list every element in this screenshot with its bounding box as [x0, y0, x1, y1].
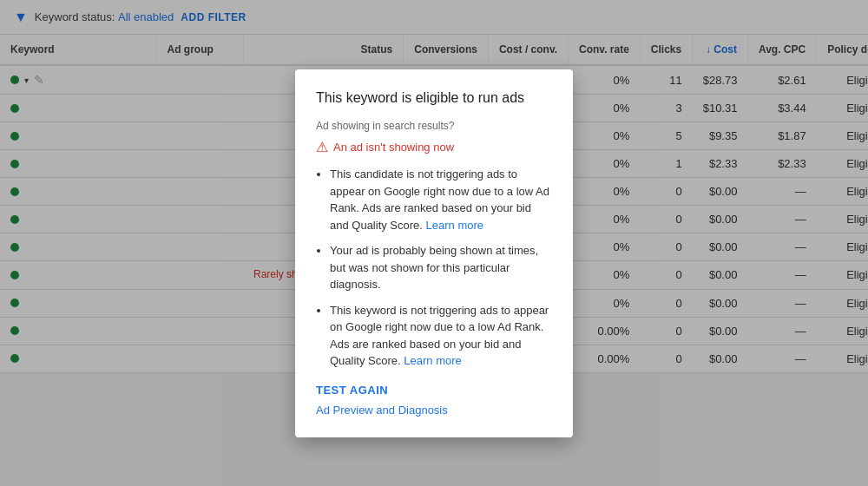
keyword-popup: This keyword is eligible to run ads Ad s…: [295, 69, 573, 437]
popup-bullet-1: This candidate is not triggering ads to …: [330, 166, 552, 233]
ad-status-text: An ad isn't showing now: [333, 141, 454, 154]
test-again-button[interactable]: TEST AGAIN: [316, 384, 552, 397]
ad-status-row: ⚠ An ad isn't showing now: [316, 139, 552, 155]
popup-bullet-2: Your ad is probably being shown at times…: [330, 242, 552, 293]
learn-more-link-1[interactable]: Learn more: [426, 219, 483, 232]
learn-more-link-3[interactable]: Learn more: [404, 354, 461, 367]
error-icon: ⚠: [316, 139, 328, 155]
popup-title: This keyword is eligible to run ads: [316, 90, 552, 106]
popup-ad-showing-label: Ad showing in search results?: [316, 120, 552, 132]
popup-bullet-3: This keyword is not triggering ads to ap…: [330, 302, 552, 370]
modal-overlay: This keyword is eligible to run ads Ad s…: [0, 0, 868, 486]
popup-actions: TEST AGAIN Ad Preview and Diagnosis: [316, 384, 552, 417]
popup-bullet-list: This candidate is not triggering ads to …: [316, 166, 552, 370]
ad-preview-link[interactable]: Ad Preview and Diagnosis: [316, 404, 552, 417]
